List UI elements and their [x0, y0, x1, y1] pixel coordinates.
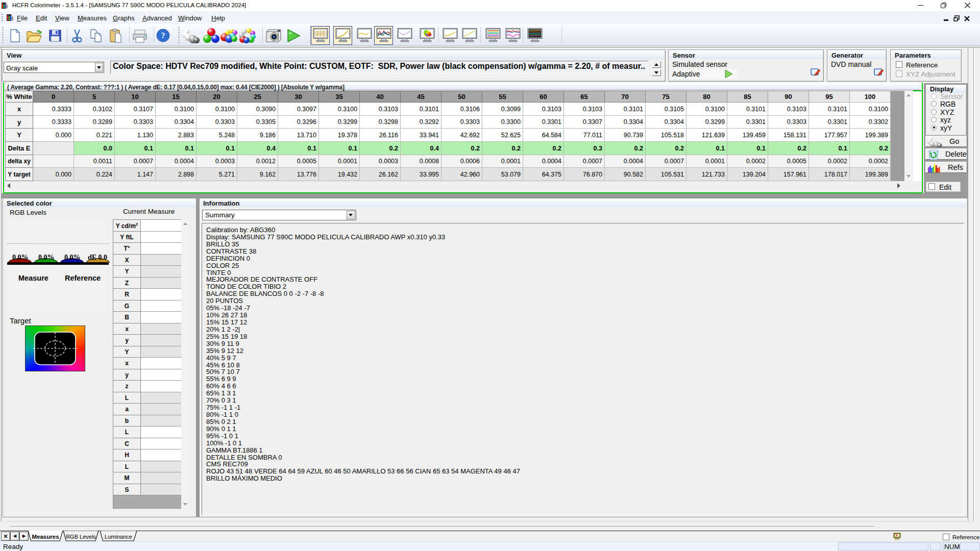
svg-text:?: ?: [161, 31, 165, 40]
